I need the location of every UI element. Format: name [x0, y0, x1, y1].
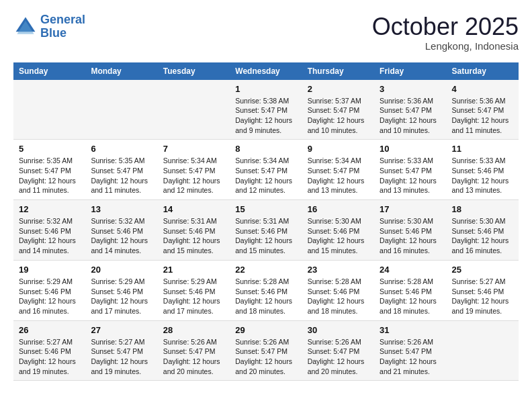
day-info: Sunrise: 5:27 AMSunset: 5:46 PMDaylight:…	[19, 337, 80, 377]
calendar-week-row: 1Sunrise: 5:38 AMSunset: 5:47 PMDaylight…	[13, 80, 519, 140]
calendar-cell: 24Sunrise: 5:28 AMSunset: 5:46 PMDayligh…	[374, 260, 446, 320]
day-number: 24	[380, 265, 441, 275]
day-info: Sunrise: 5:29 AMSunset: 5:46 PMDaylight:…	[163, 277, 224, 316]
weekday-header-sunday: Sunday	[13, 62, 85, 80]
day-number: 25	[452, 265, 513, 275]
day-number: 30	[308, 325, 369, 335]
day-info: Sunrise: 5:32 AMSunset: 5:46 PMDaylight:…	[19, 216, 80, 256]
weekday-header-thursday: Thursday	[302, 62, 374, 80]
calendar-cell: 1Sunrise: 5:38 AMSunset: 5:47 PMDaylight…	[230, 80, 302, 140]
day-number: 5	[19, 144, 80, 154]
calendar-cell	[447, 320, 519, 381]
calendar-cell: 13Sunrise: 5:32 AMSunset: 5:46 PMDayligh…	[85, 200, 157, 261]
calendar-cell: 3Sunrise: 5:36 AMSunset: 5:47 PMDaylight…	[374, 80, 446, 140]
day-info: Sunrise: 5:29 AMSunset: 5:46 PMDaylight:…	[91, 277, 152, 316]
day-number: 10	[380, 144, 441, 154]
day-number: 13	[91, 204, 152, 214]
day-info: Sunrise: 5:31 AMSunset: 5:46 PMDaylight:…	[163, 216, 224, 256]
day-number: 26	[19, 325, 80, 335]
calendar-cell: 9Sunrise: 5:34 AMSunset: 5:47 PMDaylight…	[302, 140, 374, 200]
calendar-cell: 18Sunrise: 5:30 AMSunset: 5:46 PMDayligh…	[447, 200, 519, 261]
day-number: 17	[380, 204, 441, 214]
day-info: Sunrise: 5:28 AMSunset: 5:46 PMDaylight:…	[380, 277, 441, 316]
calendar-week-row: 12Sunrise: 5:32 AMSunset: 5:46 PMDayligh…	[13, 200, 519, 261]
calendar-cell: 22Sunrise: 5:28 AMSunset: 5:46 PMDayligh…	[230, 260, 302, 320]
day-number: 9	[308, 144, 369, 154]
calendar-cell: 11Sunrise: 5:33 AMSunset: 5:46 PMDayligh…	[447, 140, 519, 200]
calendar-cell: 16Sunrise: 5:30 AMSunset: 5:46 PMDayligh…	[302, 200, 374, 261]
day-info: Sunrise: 5:30 AMSunset: 5:46 PMDaylight:…	[380, 216, 441, 256]
calendar-cell: 30Sunrise: 5:26 AMSunset: 5:47 PMDayligh…	[302, 320, 374, 381]
day-number: 28	[163, 325, 224, 335]
day-number: 7	[163, 144, 224, 154]
weekday-header-tuesday: Tuesday	[158, 62, 230, 80]
day-info: Sunrise: 5:27 AMSunset: 5:46 PMDaylight:…	[452, 277, 513, 316]
calendar-cell: 5Sunrise: 5:35 AMSunset: 5:47 PMDaylight…	[13, 140, 85, 200]
day-info: Sunrise: 5:33 AMSunset: 5:46 PMDaylight:…	[452, 156, 513, 195]
calendar-cell: 17Sunrise: 5:30 AMSunset: 5:46 PMDayligh…	[374, 200, 446, 261]
weekday-header-wednesday: Wednesday	[230, 62, 302, 80]
calendar-cell: 26Sunrise: 5:27 AMSunset: 5:46 PMDayligh…	[13, 320, 85, 381]
day-info: Sunrise: 5:26 AMSunset: 5:47 PMDaylight:…	[380, 337, 441, 377]
calendar-cell: 2Sunrise: 5:37 AMSunset: 5:47 PMDaylight…	[302, 80, 374, 140]
calendar-cell: 4Sunrise: 5:36 AMSunset: 5:47 PMDaylight…	[447, 80, 519, 140]
logo: General Blue	[13, 13, 85, 40]
calendar-cell: 27Sunrise: 5:27 AMSunset: 5:47 PMDayligh…	[85, 320, 157, 381]
day-number: 4	[452, 84, 513, 94]
calendar-cell	[13, 80, 85, 140]
day-info: Sunrise: 5:34 AMSunset: 5:47 PMDaylight:…	[163, 156, 224, 195]
calendar-cell: 8Sunrise: 5:34 AMSunset: 5:47 PMDaylight…	[230, 140, 302, 200]
day-number: 8	[235, 144, 296, 154]
calendar-cell: 10Sunrise: 5:33 AMSunset: 5:47 PMDayligh…	[374, 140, 446, 200]
title-block: October 2025 Lengkong, Indonesia	[372, 13, 519, 52]
calendar-cell: 6Sunrise: 5:35 AMSunset: 5:47 PMDaylight…	[85, 140, 157, 200]
day-info: Sunrise: 5:34 AMSunset: 5:47 PMDaylight:…	[235, 156, 296, 195]
calendar-cell: 7Sunrise: 5:34 AMSunset: 5:47 PMDaylight…	[158, 140, 230, 200]
calendar-week-row: 26Sunrise: 5:27 AMSunset: 5:46 PMDayligh…	[13, 320, 519, 381]
weekday-header-row: SundayMondayTuesdayWednesdayThursdayFrid…	[13, 62, 519, 80]
calendar-table: SundayMondayTuesdayWednesdayThursdayFrid…	[13, 62, 519, 381]
day-info: Sunrise: 5:35 AMSunset: 5:47 PMDaylight:…	[91, 156, 152, 195]
page-header: General Blue October 2025 Lengkong, Indo…	[13, 13, 519, 52]
calendar-week-row: 19Sunrise: 5:29 AMSunset: 5:46 PMDayligh…	[13, 260, 519, 320]
calendar-cell: 23Sunrise: 5:28 AMSunset: 5:46 PMDayligh…	[302, 260, 374, 320]
day-info: Sunrise: 5:33 AMSunset: 5:47 PMDaylight:…	[380, 156, 441, 195]
calendar-cell: 29Sunrise: 5:26 AMSunset: 5:47 PMDayligh…	[230, 320, 302, 381]
calendar-cell: 20Sunrise: 5:29 AMSunset: 5:46 PMDayligh…	[85, 260, 157, 320]
logo-text: General Blue	[40, 13, 85, 40]
day-number: 3	[380, 84, 441, 94]
calendar-week-row: 5Sunrise: 5:35 AMSunset: 5:47 PMDaylight…	[13, 140, 519, 200]
day-number: 2	[308, 84, 369, 94]
day-number: 14	[163, 204, 224, 214]
day-number: 31	[380, 325, 441, 335]
day-info: Sunrise: 5:36 AMSunset: 5:47 PMDaylight:…	[380, 96, 441, 136]
calendar-cell	[158, 80, 230, 140]
day-info: Sunrise: 5:32 AMSunset: 5:46 PMDaylight:…	[91, 216, 152, 256]
day-info: Sunrise: 5:26 AMSunset: 5:47 PMDaylight:…	[235, 337, 296, 377]
day-info: Sunrise: 5:31 AMSunset: 5:46 PMDaylight:…	[235, 216, 296, 256]
calendar-cell: 25Sunrise: 5:27 AMSunset: 5:46 PMDayligh…	[447, 260, 519, 320]
day-info: Sunrise: 5:30 AMSunset: 5:46 PMDaylight:…	[308, 216, 369, 256]
calendar-cell: 19Sunrise: 5:29 AMSunset: 5:46 PMDayligh…	[13, 260, 85, 320]
day-info: Sunrise: 5:30 AMSunset: 5:46 PMDaylight:…	[452, 216, 513, 256]
day-number: 19	[19, 265, 80, 275]
day-number: 20	[91, 265, 152, 275]
calendar-cell	[85, 80, 157, 140]
day-info: Sunrise: 5:29 AMSunset: 5:46 PMDaylight:…	[19, 277, 80, 316]
day-number: 15	[235, 204, 296, 214]
day-info: Sunrise: 5:26 AMSunset: 5:47 PMDaylight:…	[163, 337, 224, 377]
weekday-header-monday: Monday	[85, 62, 157, 80]
day-number: 18	[452, 204, 513, 214]
day-info: Sunrise: 5:37 AMSunset: 5:47 PMDaylight:…	[308, 96, 369, 136]
logo-icon	[13, 15, 38, 39]
day-info: Sunrise: 5:28 AMSunset: 5:46 PMDaylight:…	[308, 277, 369, 316]
calendar-cell: 14Sunrise: 5:31 AMSunset: 5:46 PMDayligh…	[158, 200, 230, 261]
calendar-cell: 28Sunrise: 5:26 AMSunset: 5:47 PMDayligh…	[158, 320, 230, 381]
day-number: 11	[452, 144, 513, 154]
calendar-cell: 15Sunrise: 5:31 AMSunset: 5:46 PMDayligh…	[230, 200, 302, 261]
day-info: Sunrise: 5:27 AMSunset: 5:47 PMDaylight:…	[91, 337, 152, 377]
day-number: 22	[235, 265, 296, 275]
day-number: 16	[308, 204, 369, 214]
day-number: 29	[235, 325, 296, 335]
day-number: 6	[91, 144, 152, 154]
